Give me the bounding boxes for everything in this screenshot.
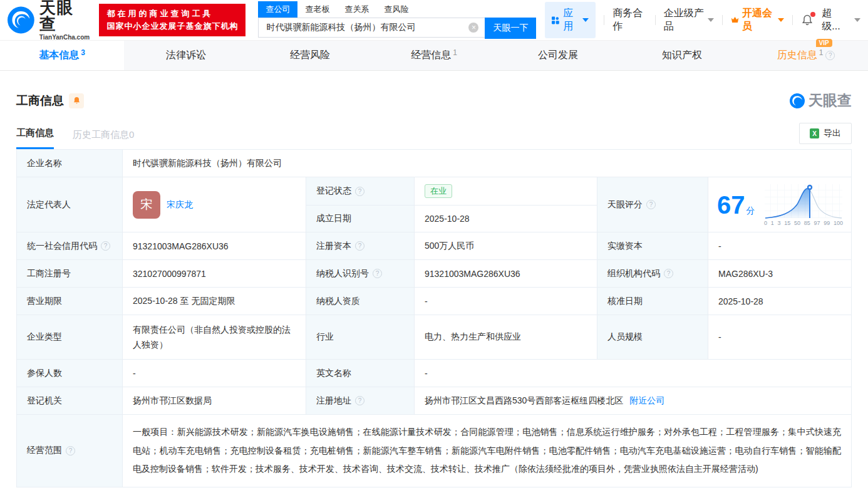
approval-date-value: 2025-10-28 (708, 288, 851, 315)
search-input[interactable] (258, 18, 485, 38)
tab-count: 1 (453, 48, 457, 57)
tab-basic-info[interactable]: 基本信息 3 (0, 41, 124, 70)
divider (722, 15, 723, 25)
legal-rep-label: 法定代表人 (17, 177, 123, 232)
help-icon[interactable]: ? (664, 269, 673, 278)
label-text: 统一社会信用代码 (27, 241, 97, 252)
search-area: 查公司 查老板 查关系 查风险 × 天眼一下 (258, 1, 536, 39)
search-tab-relation[interactable]: 查关系 (337, 1, 376, 18)
notifications-bell[interactable] (801, 14, 814, 26)
industry-label: 行业 (306, 315, 415, 359)
help-icon[interactable]: ? (373, 269, 382, 278)
business-scope-label: 经营范围 ? (17, 415, 123, 487)
tab-label: 基本信息 (39, 49, 79, 62)
bell-icon (73, 96, 81, 105)
super-vip-label: 超级... (822, 7, 846, 33)
logo-text-cn: 天眼查 (39, 0, 91, 32)
subtab-business-info[interactable]: 工商信息 (16, 127, 54, 149)
taxpayer-quality-label: 纳税人资质 (306, 288, 415, 315)
taxpayer-id-value: 91321003MAG286XU36 (415, 260, 597, 287)
help-icon[interactable]: ? (66, 446, 75, 456)
company-name-value: 时代骐骥新能源科技（扬州）有限公司 (123, 150, 851, 177)
legal-rep-avatar[interactable]: 宋 (133, 191, 160, 219)
super-vip-menu[interactable]: 超级... (822, 7, 846, 33)
org-code-label: 组织机构代码 ? (597, 260, 708, 287)
help-icon[interactable]: ? (355, 241, 364, 251)
company-type-value: 有限责任公司（非自然人投资或控股的法人独资） (123, 315, 306, 359)
table-row: 参保人数 - 英文名称 - (17, 360, 851, 387)
help-icon[interactable]: ? (355, 187, 364, 196)
open-vip-menu[interactable]: 开通会员 (731, 7, 784, 33)
tab-count: 1 (819, 48, 824, 57)
search-tab-risk[interactable]: 查风险 (376, 1, 416, 18)
top-header: 天眼查 TianYanCha.com 都在用的商业查询工具 国家中小企业发展子基… (0, 0, 868, 40)
address-text: 扬州市邗江区文昌西路530号西部客运枢纽四楼北区 (425, 395, 623, 407)
table-row: 企业名称 时代骐骥新能源科技（扬州）有限公司 (17, 150, 851, 177)
nearby-companies-link[interactable]: 附近公司 (629, 395, 664, 407)
help-icon[interactable]: ? (355, 396, 364, 405)
status-badge: 在业 (425, 184, 452, 198)
subtab-history-business-info[interactable]: 历史工商信息0 (73, 129, 134, 149)
credit-code-value: 91321003MAG286XU36 (123, 232, 306, 259)
search-tab-boss[interactable]: 查老板 (297, 1, 337, 18)
org-code-value: MAG286XU-3 (708, 260, 851, 287)
search-button[interactable]: 天眼一下 (485, 18, 536, 39)
export-button[interactable]: X 导出 (799, 123, 852, 144)
tab-operating-risk[interactable]: 经营风险 (248, 41, 372, 70)
reg-number-value: 321027000997871 (123, 260, 306, 287)
caret-down-icon[interactable] (854, 18, 860, 22)
divider (655, 15, 656, 25)
help-icon[interactable]: ? (825, 51, 835, 60)
taxpayer-quality-value: - (415, 288, 597, 315)
apps-menu[interactable]: 应用 (545, 2, 596, 38)
reg-capital-value: 500万人民币 (415, 232, 597, 259)
promo-banner: 都在用的商业查询工具 国家中小企业发展子基金旗下机构 (99, 4, 245, 36)
label-text: 组织机构代码 (607, 268, 660, 279)
approval-date-label: 核准日期 (597, 288, 708, 315)
table-row: 工商注册号 321027000997871 纳税人识别号 ? 91321003M… (17, 260, 851, 288)
paid-capital-value: - (708, 232, 851, 259)
label-text: 注册资本 (316, 241, 351, 252)
search-tab-company[interactable]: 查公司 (258, 1, 297, 18)
tianyancha-logo[interactable]: 天眼查 TianYanCha.com (8, 0, 90, 41)
business-scope-value: 一般项目：新兴能源技术研发；新能源汽车换电设施销售；在线能源计量技术研发；合同能… (123, 415, 851, 487)
label-text: 天眼评分 (607, 199, 643, 211)
banner-line2: 国家中小企业发展子基金旗下机构 (106, 20, 238, 33)
legal-rep-link[interactable]: 宋庆龙 (167, 199, 193, 211)
english-name-label: 英文名称 (306, 360, 415, 387)
cooperation-label: 商务合作 (612, 7, 647, 33)
caret-down-icon (778, 18, 784, 22)
vip-label: 开通会员 (742, 7, 775, 33)
table-row: 统一社会信用代码 ? 91321003MAG286XU36 注册资本 ? 500… (17, 232, 851, 260)
tab-intellectual-property[interactable]: 知识产权 (620, 41, 744, 70)
tab-company-development[interactable]: 公司发展 (496, 41, 620, 70)
subtab-row: 工商信息 历史工商信息0 X 导出 (16, 123, 852, 149)
label-text: 纳税人识别号 (316, 268, 369, 279)
section-title: 工商信息 (16, 93, 64, 109)
tab-label: 知识产权 (662, 49, 702, 62)
score-distribution-chart: 0131550859799100 (763, 183, 844, 226)
help-icon[interactable]: ? (646, 200, 656, 209)
tab-label: 经营风险 (290, 49, 330, 62)
enterprise-products-menu[interactable]: 企业级产品 (664, 7, 714, 33)
insured-value: - (123, 360, 306, 387)
tab-operating-info[interactable]: 经营信息 1 (372, 41, 496, 70)
apps-label: 应用 (563, 7, 579, 33)
notification-dot (810, 12, 815, 17)
table-row: 经营范围 ? 一般项目：新兴能源技术研发；新能源汽车换电设施销售；在线能源计量技… (17, 415, 851, 487)
score-number: 67 (717, 191, 745, 219)
label-text: 经营范围 (27, 445, 62, 456)
logo-swirl-icon (790, 93, 805, 108)
subscribe-bell-button[interactable] (69, 93, 84, 108)
score-label: 天眼评分 ? (597, 177, 708, 232)
chart-axis-ticks: 0131550859799100 (763, 220, 844, 226)
tab-history-info[interactable]: 历史信息 VIP 1 ? (744, 41, 868, 70)
banner-line1: 都在用的商业查询工具 (106, 8, 238, 20)
table-row: 法定代表人 宋 宋庆龙 登记状态 ? 在业 成立日期 2025-10-2 (17, 177, 851, 232)
tab-legal-litigation[interactable]: 法律诉讼 (124, 41, 248, 70)
help-icon[interactable]: ? (101, 241, 110, 251)
bell-curve-chart (763, 183, 844, 219)
business-cooperation-link[interactable]: 商务合作 (612, 7, 647, 33)
logo-swirl-icon (8, 6, 34, 34)
reg-status-label: 登记状态 ? (306, 177, 415, 205)
